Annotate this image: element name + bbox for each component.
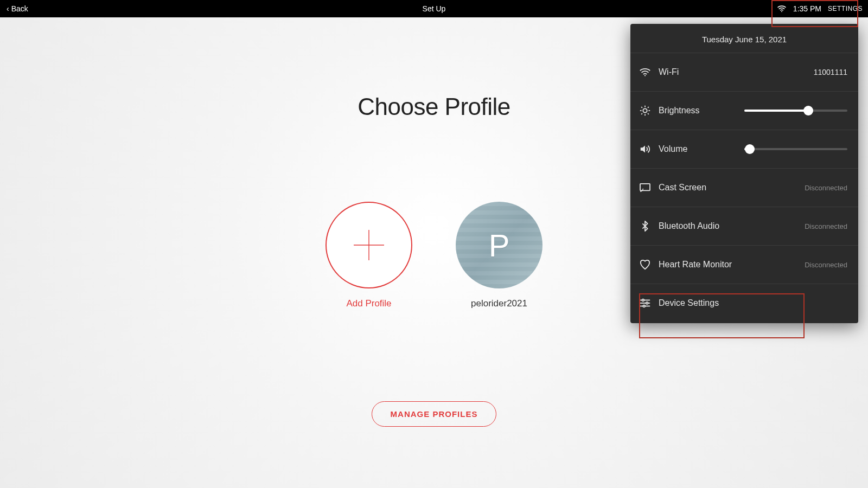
wifi-label: Wi-Fi: [659, 67, 679, 77]
profile-pelorider2021[interactable]: P pelorider2021: [450, 202, 548, 309]
svg-point-4: [643, 108, 647, 112]
profile-initial: P: [489, 227, 510, 264]
bluetooth-audio-row[interactable]: Bluetooth Audio Disconnected: [630, 207, 858, 246]
svg-line-9: [641, 107, 642, 108]
clock-time: 1:35 PM: [793, 4, 821, 13]
brightness-slider-thumb[interactable]: [803, 106, 813, 115]
svg-point-3: [644, 75, 646, 76]
volume-slider[interactable]: [744, 148, 847, 150]
brightness-row: Brightness: [630, 92, 858, 130]
brightness-icon: [639, 105, 651, 117]
svg-marker-13: [641, 146, 645, 153]
status-bar: ‹ Back Set Up 1:35 PM SETTINGS: [0, 0, 868, 17]
panel-date: Tuesday June 15, 2021: [630, 24, 858, 53]
svg-point-18: [646, 302, 648, 304]
settings-button[interactable]: SETTINGS: [828, 5, 863, 12]
volume-label: Volume: [659, 144, 687, 154]
settings-panel: Tuesday June 15, 2021 Wi-Fi 11001111 Bri…: [630, 24, 858, 323]
brightness-slider[interactable]: [744, 110, 847, 112]
svg-point-16: [642, 299, 644, 301]
manage-profiles-button[interactable]: MANAGE PROFILES: [372, 401, 497, 427]
chevron-left-icon: ‹: [7, 4, 9, 13]
screen-title: Set Up: [423, 4, 446, 13]
profile-name: pelorider2021: [471, 298, 527, 309]
profile-avatar: P: [456, 202, 542, 288]
wifi-icon: [639, 66, 651, 78]
add-profile-label: Add Profile: [346, 298, 391, 309]
svg-line-11: [641, 113, 642, 114]
svg-point-20: [643, 305, 645, 307]
svg-line-12: [648, 107, 649, 108]
brightness-slider-fill: [744, 110, 808, 112]
wifi-icon: [777, 5, 787, 12]
bluetooth-icon: [639, 220, 651, 232]
device-settings-label: Device Settings: [659, 298, 719, 308]
wifi-value: 11001111: [814, 68, 847, 76]
add-profile[interactable]: Add Profile: [320, 202, 418, 309]
cast-status: Disconnected: [805, 184, 847, 192]
hrm-status: Disconnected: [805, 261, 847, 269]
page-heading: Choose Profile: [358, 93, 510, 120]
volume-icon: [639, 143, 651, 155]
svg-rect-14: [640, 184, 650, 191]
hrm-label: Heart Rate Monitor: [659, 260, 732, 269]
back-button[interactable]: ‹ Back: [0, 4, 28, 13]
wifi-row[interactable]: Wi-Fi 11001111: [630, 53, 858, 92]
brightness-label: Brightness: [659, 106, 700, 115]
bluetooth-status: Disconnected: [805, 222, 847, 230]
cast-icon: [639, 182, 651, 194]
volume-row: Volume: [630, 130, 858, 169]
svg-point-0: [781, 11, 782, 12]
volume-slider-thumb[interactable]: [745, 144, 755, 154]
back-label: Back: [11, 4, 28, 13]
cast-label: Cast Screen: [659, 183, 706, 192]
bluetooth-label: Bluetooth Audio: [659, 221, 719, 231]
sliders-icon: [639, 297, 651, 309]
svg-line-10: [648, 113, 649, 114]
heart-icon: [639, 259, 651, 271]
add-profile-circle: [326, 202, 412, 288]
profiles-row: Add Profile P pelorider2021: [320, 202, 548, 309]
heart-rate-row[interactable]: Heart Rate Monitor Disconnected: [630, 246, 858, 284]
device-settings-row[interactable]: Device Settings: [630, 284, 858, 322]
cast-screen-row[interactable]: Cast Screen Disconnected: [630, 169, 858, 207]
plus-icon: [350, 226, 388, 264]
